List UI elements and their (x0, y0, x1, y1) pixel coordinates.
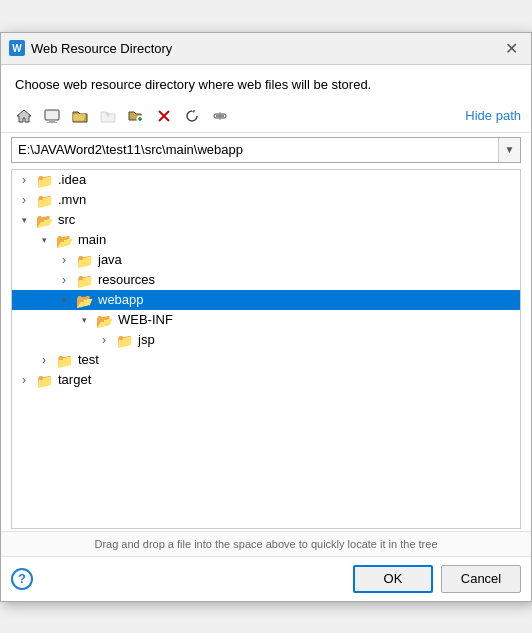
tree-toggle-java[interactable] (56, 252, 72, 268)
tree-label-webinf: WEB-INF (118, 312, 173, 327)
svg-rect-1 (49, 120, 55, 122)
tree-item-webapp[interactable]: 📂 webapp (12, 290, 520, 310)
folder-icon-webinf: 📂 (96, 313, 114, 327)
link-button[interactable] (207, 104, 233, 128)
folder-icon-test: 📁 (56, 353, 74, 367)
folder-icon-mvn: 📁 (36, 193, 54, 207)
refresh-button[interactable] (179, 104, 205, 128)
tree-toggle-main[interactable] (36, 232, 52, 248)
toolbar: Hide path (1, 100, 531, 133)
file-tree[interactable]: 📁 .idea 📁 .mvn 📂 src 📂 main 📁 java (11, 169, 521, 529)
tree-item-src[interactable]: 📂 src (12, 210, 520, 230)
tree-item-java[interactable]: 📁 java (12, 250, 520, 270)
folder-icon-idea: 📁 (36, 173, 54, 187)
tree-item-test[interactable]: 📁 test (12, 350, 520, 370)
svg-rect-0 (45, 110, 59, 120)
title-bar: W Web Resource Directory ✕ (1, 33, 531, 65)
tree-label-main: main (78, 232, 106, 247)
ok-button[interactable]: OK (353, 565, 433, 593)
description-text: Choose web resource directory where web … (1, 65, 531, 100)
folder-up-button[interactable] (95, 104, 121, 128)
delete-button[interactable] (151, 104, 177, 128)
tree-label-src: src (58, 212, 75, 227)
folder-icon-target: 📁 (36, 373, 54, 387)
folder-icon-main: 📂 (56, 233, 74, 247)
web-resource-directory-dialog: W Web Resource Directory ✕ Choose web re… (0, 32, 532, 602)
folder-icon-resources: 📁 (76, 273, 94, 287)
dialog-icon: W (9, 40, 25, 56)
tree-toggle-idea[interactable] (16, 172, 32, 188)
tree-item-jsp[interactable]: 📁 jsp (12, 330, 520, 350)
tree-toggle-webinf[interactable] (76, 312, 92, 328)
tree-toggle-webapp[interactable] (56, 292, 72, 308)
button-row: ? OK Cancel (1, 556, 531, 601)
tree-label-webapp: webapp (98, 292, 144, 307)
tree-toggle-resources[interactable] (56, 272, 72, 288)
folder-icon-jsp: 📁 (116, 333, 134, 347)
tree-label-test: test (78, 352, 99, 367)
folder-icon-src: 📂 (36, 213, 54, 227)
path-dropdown-button[interactable]: ▼ (498, 138, 520, 162)
folder-icon-webapp: 📂 (76, 293, 94, 307)
tree-label-idea: .idea (58, 172, 86, 187)
tree-toggle-target[interactable] (16, 372, 32, 388)
dialog-title: Web Resource Directory (31, 41, 499, 56)
tree-label-jsp: jsp (138, 332, 155, 347)
tree-toggle-test[interactable] (36, 352, 52, 368)
path-bar: ▼ (11, 137, 521, 163)
status-bar: Drag and drop a file into the space abov… (1, 531, 531, 556)
svg-rect-2 (47, 122, 57, 123)
close-button[interactable]: ✕ (499, 36, 523, 60)
tree-item-target[interactable]: 📁 target (12, 370, 520, 390)
tree-label-mvn: .mvn (58, 192, 86, 207)
folder-open-button[interactable] (67, 104, 93, 128)
tree-toggle-jsp[interactable] (96, 332, 112, 348)
home-button[interactable] (11, 104, 37, 128)
tree-label-target: target (58, 372, 91, 387)
tree-label-java: java (98, 252, 122, 267)
desktop-button[interactable] (39, 104, 65, 128)
tree-item-mvn[interactable]: 📁 .mvn (12, 190, 520, 210)
tree-toggle-src[interactable] (16, 212, 32, 228)
folder-icon-java: 📁 (76, 253, 94, 267)
new-folder-button[interactable] (123, 104, 149, 128)
tree-item-resources[interactable]: 📁 resources (12, 270, 520, 290)
hide-path-link[interactable]: Hide path (465, 108, 521, 123)
tree-item-webinf[interactable]: 📂 WEB-INF (12, 310, 520, 330)
help-button[interactable]: ? (11, 568, 33, 590)
tree-toggle-mvn[interactable] (16, 192, 32, 208)
tree-label-resources: resources (98, 272, 155, 287)
path-input[interactable] (12, 138, 498, 161)
cancel-button[interactable]: Cancel (441, 565, 521, 593)
tree-item-main[interactable]: 📂 main (12, 230, 520, 250)
tree-item-idea[interactable]: 📁 .idea (12, 170, 520, 190)
